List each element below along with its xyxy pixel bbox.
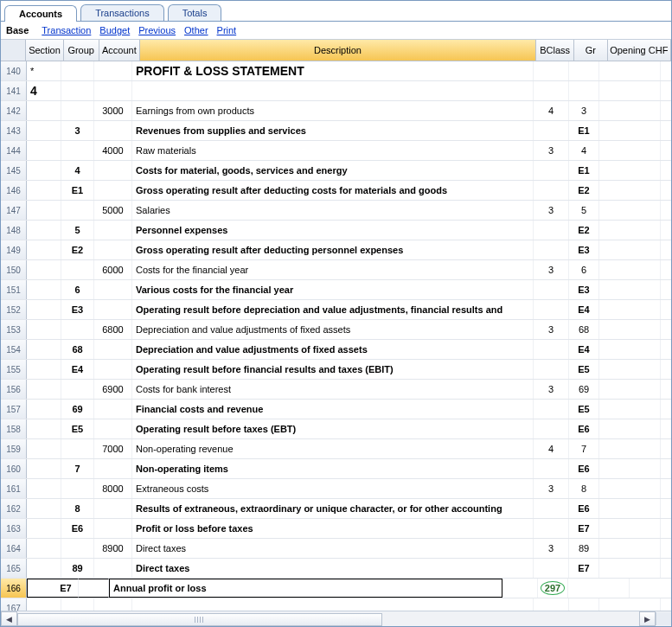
cell-bclass[interactable] [534,300,569,319]
row-number[interactable]: 162 [1,499,27,518]
cell-account[interactable]: 5000 [94,201,132,220]
cell-account[interactable] [94,499,132,518]
cell-account[interactable] [94,419,132,438]
table-row[interactable]: 1444000Raw materials34 [1,141,671,161]
table-row[interactable]: 1597000Non-operating revenue47 [1,439,671,459]
table-row[interactable]: 1648900Direct taxes389 [1,539,671,559]
cell-group[interactable] [61,141,94,160]
cell-account[interactable] [94,598,132,611]
subnav-link-budget[interactable]: Budget [99,25,130,35]
cell-account[interactable] [94,400,132,419]
cell-group[interactable]: 6 [61,280,94,299]
cell-account[interactable]: 8000 [94,479,132,498]
cell-group[interactable] [61,598,94,611]
table-row[interactable]: 152E3Operating result before depreciatio… [1,300,671,320]
cell-section[interactable] [27,499,61,518]
cell-opening[interactable] [599,141,661,160]
cell-gr[interactable]: 89 [569,539,599,558]
cell-description[interactable]: Depreciation and value adjustments of fi… [132,320,534,339]
col-account[interactable]: Account [99,40,140,61]
horizontal-scrollbar[interactable]: ◀ ▶ [1,611,671,626]
cell-description[interactable]: Extraneous costs [132,479,534,498]
cell-opening[interactable] [599,61,661,80]
cell-description[interactable]: Direct taxes [132,559,534,578]
cell-opening[interactable] [568,579,630,598]
cell-group[interactable]: E6 [61,519,94,538]
col-group[interactable]: Group [64,40,99,61]
cell-section[interactable] [27,559,61,578]
cell-description[interactable]: Costs for the financial year [132,260,534,279]
cell-opening[interactable] [599,101,661,120]
cell-bclass[interactable] [534,181,569,200]
cell-section[interactable]: 4 [27,81,61,100]
cell-section[interactable] [27,201,61,220]
tab-transactions[interactable]: Transactions [80,4,164,21]
cell-section[interactable] [27,280,61,299]
cell-gr[interactable]: E6 [569,499,599,518]
cell-bclass[interactable]: 3 [534,201,569,220]
cell-group[interactable] [61,439,94,458]
cell-gr[interactable]: 8 [569,479,599,498]
cell-description[interactable] [132,81,534,100]
cell-bclass[interactable] [534,400,569,419]
cell-opening[interactable] [599,240,661,259]
cell-opening[interactable] [599,380,661,399]
cell-account[interactable] [94,221,132,240]
row-number[interactable]: 165 [1,559,27,578]
row-number[interactable]: 143 [1,121,27,140]
cell-group[interactable]: 68 [61,340,94,359]
cell-section[interactable] [27,459,61,478]
cell-bclass[interactable]: 3 [534,260,569,279]
cell-description[interactable]: Personnel expenses [132,221,534,240]
cell-section[interactable] [27,240,61,259]
cell-opening[interactable] [599,439,661,458]
cell-bclass[interactable]: 3 [534,141,569,160]
cell-account[interactable] [94,61,132,80]
cell-description[interactable]: Non-operating items [132,459,534,478]
cell-gr[interactable]: E5 [569,400,599,419]
col-gr[interactable]: Gr [574,40,607,61]
cell-section[interactable] [27,260,61,279]
cell-section[interactable] [27,320,61,339]
cell-account[interactable] [94,181,132,200]
table-row[interactable]: 15468Depreciation and value adjustments … [1,340,671,360]
cell-group[interactable]: 89 [61,559,94,578]
scroll-thumb[interactable] [17,613,382,626]
cell-description[interactable]: PROFIT & LOSS STATEMENT [132,61,534,80]
row-number[interactable]: 167 [1,598,27,611]
col-bclass[interactable]: BClass [536,40,574,61]
cell-group[interactable] [61,260,94,279]
cell-account[interactable]: 6900 [94,380,132,399]
cell-gr[interactable]: 7 [569,439,599,458]
cell-section[interactable] [27,539,61,558]
cell-group[interactable] [61,81,94,100]
cell-description[interactable]: Operating result before taxes (EBT) [132,419,534,438]
cell-bclass[interactable]: 3 [534,479,569,498]
cell-gr[interactable]: 68 [569,320,599,339]
cell-description[interactable]: Operating result before depreciation and… [132,300,534,319]
cell-group[interactable] [61,61,94,80]
cell-section[interactable] [27,340,61,359]
cell-section[interactable] [27,479,61,498]
cell-section[interactable] [27,121,61,140]
cell-account[interactable] [94,360,132,379]
table-row[interactable]: 163E6Profit or loss before taxesE7 [1,519,671,539]
table-row[interactable]: 166E7Annual profit or loss297 [1,579,671,598]
cell-account[interactable] [94,459,132,478]
cell-gr[interactable]: E4 [569,300,599,319]
cell-account[interactable] [94,559,132,578]
row-number[interactable]: 164 [1,539,27,558]
row-number[interactable]: 150 [1,260,27,279]
cell-description[interactable]: Gross operating result after deducting c… [132,181,534,200]
row-number[interactable]: 158 [1,419,27,438]
cell-gr[interactable]: E6 [569,419,599,438]
cell-opening[interactable] [599,419,661,438]
subnav-link-print[interactable]: Print [217,25,237,35]
cell-group[interactable]: E5 [61,419,94,438]
cell-description[interactable]: Earnings from own products [132,101,534,120]
cell-opening[interactable] [599,559,661,578]
cell-opening[interactable] [599,201,661,220]
row-number[interactable]: 160 [1,459,27,478]
table-row[interactable]: 140*PROFIT & LOSS STATEMENT [1,61,671,81]
cell-opening[interactable] [599,400,661,419]
